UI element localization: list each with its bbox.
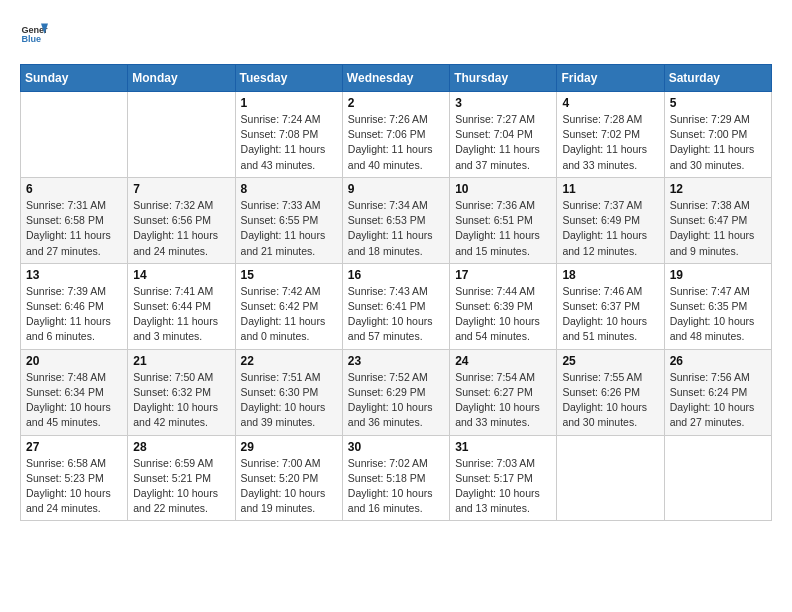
day-number: 30	[348, 440, 444, 454]
weekday-header-monday: Monday	[128, 65, 235, 92]
calendar-cell: 14Sunrise: 7:41 AM Sunset: 6:44 PM Dayli…	[128, 263, 235, 349]
calendar-cell	[21, 92, 128, 178]
calendar-week-2: 6Sunrise: 7:31 AM Sunset: 6:58 PM Daylig…	[21, 177, 772, 263]
weekday-header-row: SundayMondayTuesdayWednesdayThursdayFrid…	[21, 65, 772, 92]
calendar-cell: 8Sunrise: 7:33 AM Sunset: 6:55 PM Daylig…	[235, 177, 342, 263]
calendar-cell: 7Sunrise: 7:32 AM Sunset: 6:56 PM Daylig…	[128, 177, 235, 263]
day-number: 25	[562, 354, 658, 368]
calendar-cell: 17Sunrise: 7:44 AM Sunset: 6:39 PM Dayli…	[450, 263, 557, 349]
day-info: Sunrise: 7:02 AM Sunset: 5:18 PM Dayligh…	[348, 456, 444, 517]
calendar-cell: 2Sunrise: 7:26 AM Sunset: 7:06 PM Daylig…	[342, 92, 449, 178]
calendar-cell: 15Sunrise: 7:42 AM Sunset: 6:42 PM Dayli…	[235, 263, 342, 349]
day-info: Sunrise: 7:27 AM Sunset: 7:04 PM Dayligh…	[455, 112, 551, 173]
day-number: 29	[241, 440, 337, 454]
day-number: 31	[455, 440, 551, 454]
calendar-cell: 31Sunrise: 7:03 AM Sunset: 5:17 PM Dayli…	[450, 435, 557, 521]
day-number: 4	[562, 96, 658, 110]
calendar-cell: 9Sunrise: 7:34 AM Sunset: 6:53 PM Daylig…	[342, 177, 449, 263]
calendar-cell: 20Sunrise: 7:48 AM Sunset: 6:34 PM Dayli…	[21, 349, 128, 435]
calendar-cell: 4Sunrise: 7:28 AM Sunset: 7:02 PM Daylig…	[557, 92, 664, 178]
day-info: Sunrise: 7:48 AM Sunset: 6:34 PM Dayligh…	[26, 370, 122, 431]
day-number: 10	[455, 182, 551, 196]
calendar-cell: 13Sunrise: 7:39 AM Sunset: 6:46 PM Dayli…	[21, 263, 128, 349]
day-info: Sunrise: 7:34 AM Sunset: 6:53 PM Dayligh…	[348, 198, 444, 259]
day-number: 6	[26, 182, 122, 196]
calendar-cell	[128, 92, 235, 178]
day-info: Sunrise: 7:47 AM Sunset: 6:35 PM Dayligh…	[670, 284, 766, 345]
day-number: 16	[348, 268, 444, 282]
page-header: General Blue	[20, 20, 772, 48]
day-info: Sunrise: 7:42 AM Sunset: 6:42 PM Dayligh…	[241, 284, 337, 345]
day-number: 18	[562, 268, 658, 282]
day-number: 19	[670, 268, 766, 282]
weekday-header-saturday: Saturday	[664, 65, 771, 92]
day-number: 27	[26, 440, 122, 454]
calendar-cell: 25Sunrise: 7:55 AM Sunset: 6:26 PM Dayli…	[557, 349, 664, 435]
day-number: 22	[241, 354, 337, 368]
day-number: 12	[670, 182, 766, 196]
day-number: 20	[26, 354, 122, 368]
day-number: 8	[241, 182, 337, 196]
day-info: Sunrise: 7:51 AM Sunset: 6:30 PM Dayligh…	[241, 370, 337, 431]
calendar-cell: 21Sunrise: 7:50 AM Sunset: 6:32 PM Dayli…	[128, 349, 235, 435]
calendar-cell: 24Sunrise: 7:54 AM Sunset: 6:27 PM Dayli…	[450, 349, 557, 435]
calendar-cell: 23Sunrise: 7:52 AM Sunset: 6:29 PM Dayli…	[342, 349, 449, 435]
calendar-cell: 6Sunrise: 7:31 AM Sunset: 6:58 PM Daylig…	[21, 177, 128, 263]
calendar-cell	[557, 435, 664, 521]
day-info: Sunrise: 7:33 AM Sunset: 6:55 PM Dayligh…	[241, 198, 337, 259]
calendar-cell: 18Sunrise: 7:46 AM Sunset: 6:37 PM Dayli…	[557, 263, 664, 349]
day-info: Sunrise: 7:56 AM Sunset: 6:24 PM Dayligh…	[670, 370, 766, 431]
day-info: Sunrise: 7:37 AM Sunset: 6:49 PM Dayligh…	[562, 198, 658, 259]
day-info: Sunrise: 7:32 AM Sunset: 6:56 PM Dayligh…	[133, 198, 229, 259]
day-number: 2	[348, 96, 444, 110]
day-number: 5	[670, 96, 766, 110]
calendar-cell: 3Sunrise: 7:27 AM Sunset: 7:04 PM Daylig…	[450, 92, 557, 178]
calendar-cell	[664, 435, 771, 521]
day-number: 24	[455, 354, 551, 368]
day-info: Sunrise: 7:46 AM Sunset: 6:37 PM Dayligh…	[562, 284, 658, 345]
day-info: Sunrise: 6:58 AM Sunset: 5:23 PM Dayligh…	[26, 456, 122, 517]
calendar-cell: 22Sunrise: 7:51 AM Sunset: 6:30 PM Dayli…	[235, 349, 342, 435]
calendar-table: SundayMondayTuesdayWednesdayThursdayFrid…	[20, 64, 772, 521]
day-info: Sunrise: 7:43 AM Sunset: 6:41 PM Dayligh…	[348, 284, 444, 345]
day-info: Sunrise: 7:36 AM Sunset: 6:51 PM Dayligh…	[455, 198, 551, 259]
weekday-header-sunday: Sunday	[21, 65, 128, 92]
calendar-cell: 12Sunrise: 7:38 AM Sunset: 6:47 PM Dayli…	[664, 177, 771, 263]
day-info: Sunrise: 6:59 AM Sunset: 5:21 PM Dayligh…	[133, 456, 229, 517]
day-info: Sunrise: 7:00 AM Sunset: 5:20 PM Dayligh…	[241, 456, 337, 517]
day-info: Sunrise: 7:29 AM Sunset: 7:00 PM Dayligh…	[670, 112, 766, 173]
day-number: 21	[133, 354, 229, 368]
day-number: 9	[348, 182, 444, 196]
calendar-cell: 11Sunrise: 7:37 AM Sunset: 6:49 PM Dayli…	[557, 177, 664, 263]
day-info: Sunrise: 7:38 AM Sunset: 6:47 PM Dayligh…	[670, 198, 766, 259]
calendar-week-5: 27Sunrise: 6:58 AM Sunset: 5:23 PM Dayli…	[21, 435, 772, 521]
calendar-cell: 5Sunrise: 7:29 AM Sunset: 7:00 PM Daylig…	[664, 92, 771, 178]
weekday-header-wednesday: Wednesday	[342, 65, 449, 92]
day-number: 11	[562, 182, 658, 196]
logo: General Blue	[20, 20, 48, 48]
day-number: 26	[670, 354, 766, 368]
calendar-week-3: 13Sunrise: 7:39 AM Sunset: 6:46 PM Dayli…	[21, 263, 772, 349]
calendar-week-4: 20Sunrise: 7:48 AM Sunset: 6:34 PM Dayli…	[21, 349, 772, 435]
calendar-cell: 10Sunrise: 7:36 AM Sunset: 6:51 PM Dayli…	[450, 177, 557, 263]
day-info: Sunrise: 7:44 AM Sunset: 6:39 PM Dayligh…	[455, 284, 551, 345]
day-info: Sunrise: 7:55 AM Sunset: 6:26 PM Dayligh…	[562, 370, 658, 431]
day-number: 13	[26, 268, 122, 282]
day-number: 15	[241, 268, 337, 282]
weekday-header-thursday: Thursday	[450, 65, 557, 92]
calendar-cell: 27Sunrise: 6:58 AM Sunset: 5:23 PM Dayli…	[21, 435, 128, 521]
day-info: Sunrise: 7:26 AM Sunset: 7:06 PM Dayligh…	[348, 112, 444, 173]
day-info: Sunrise: 7:50 AM Sunset: 6:32 PM Dayligh…	[133, 370, 229, 431]
calendar-cell: 19Sunrise: 7:47 AM Sunset: 6:35 PM Dayli…	[664, 263, 771, 349]
day-number: 23	[348, 354, 444, 368]
day-info: Sunrise: 7:31 AM Sunset: 6:58 PM Dayligh…	[26, 198, 122, 259]
day-number: 1	[241, 96, 337, 110]
calendar-cell: 30Sunrise: 7:02 AM Sunset: 5:18 PM Dayli…	[342, 435, 449, 521]
day-info: Sunrise: 7:54 AM Sunset: 6:27 PM Dayligh…	[455, 370, 551, 431]
day-info: Sunrise: 7:03 AM Sunset: 5:17 PM Dayligh…	[455, 456, 551, 517]
calendar-week-1: 1Sunrise: 7:24 AM Sunset: 7:08 PM Daylig…	[21, 92, 772, 178]
day-info: Sunrise: 7:52 AM Sunset: 6:29 PM Dayligh…	[348, 370, 444, 431]
day-info: Sunrise: 7:41 AM Sunset: 6:44 PM Dayligh…	[133, 284, 229, 345]
svg-text:Blue: Blue	[21, 34, 41, 44]
calendar-cell: 26Sunrise: 7:56 AM Sunset: 6:24 PM Dayli…	[664, 349, 771, 435]
